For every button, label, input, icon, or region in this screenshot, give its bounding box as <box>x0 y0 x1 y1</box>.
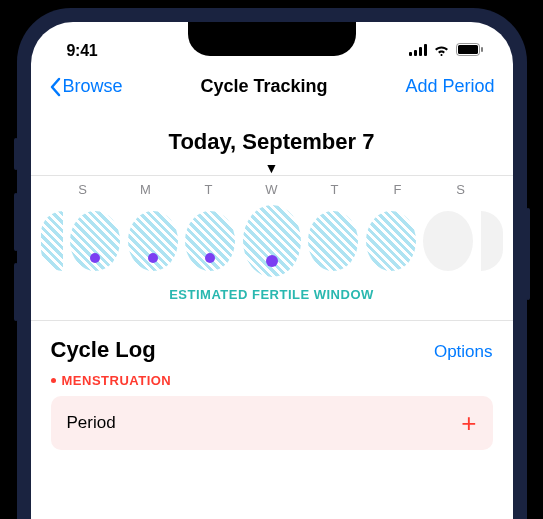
menstruation-section-label: MENSTRUATION <box>31 367 513 396</box>
add-period-button[interactable]: Add Period <box>405 76 494 97</box>
silent-switch[interactable] <box>14 138 18 170</box>
chevron-left-icon <box>49 77 61 97</box>
day-oval-today[interactable] <box>243 205 301 277</box>
svg-rect-6 <box>481 47 483 52</box>
cycle-log-title: Cycle Log <box>51 337 156 363</box>
volume-up-button[interactable] <box>14 193 18 251</box>
cycle-log-header: Cycle Log Options <box>31 321 513 367</box>
fertile-window-label: ESTIMATED FERTILE WINDOW <box>49 283 495 320</box>
week-row: S M T W T F S ESTIMATED FERTILE WINDOW <box>31 175 513 320</box>
day-label: M <box>120 182 172 197</box>
svg-rect-5 <box>458 45 478 54</box>
back-label: Browse <box>63 76 123 97</box>
screen: 9:41 Browse Cycle Tracking <box>31 22 513 519</box>
svg-rect-1 <box>414 50 417 56</box>
period-label: Period <box>67 413 116 433</box>
day-label: T <box>309 182 361 197</box>
power-button[interactable] <box>526 208 530 300</box>
page-title: Cycle Tracking <box>200 76 327 97</box>
today-pointer-icon: ▼ <box>31 163 513 173</box>
notch <box>188 22 356 56</box>
menstruation-text: MENSTRUATION <box>62 373 172 388</box>
day-oval-prev-edge[interactable] <box>41 211 63 271</box>
day-label: T <box>183 182 235 197</box>
svg-rect-3 <box>424 44 427 56</box>
wifi-icon <box>433 42 450 60</box>
phone-frame: 9:41 Browse Cycle Tracking <box>17 8 527 519</box>
cellular-icon <box>409 42 427 60</box>
day-ovals-row[interactable] <box>41 197 503 283</box>
plus-icon: + <box>461 410 476 436</box>
day-oval[interactable] <box>185 211 235 271</box>
battery-icon <box>456 42 483 60</box>
day-oval[interactable] <box>308 211 358 271</box>
day-oval-next-edge[interactable] <box>481 211 503 271</box>
log-dot-icon <box>266 255 278 267</box>
nav-bar: Browse Cycle Tracking Add Period <box>31 66 513 105</box>
log-dot-icon <box>205 253 215 263</box>
day-labels: S M T W T F S <box>49 182 495 197</box>
svg-rect-2 <box>419 47 422 56</box>
day-oval[interactable] <box>366 211 416 271</box>
day-label: W <box>246 182 298 197</box>
day-label: S <box>435 182 487 197</box>
day-label: S <box>57 182 109 197</box>
day-label: F <box>372 182 424 197</box>
volume-down-button[interactable] <box>14 263 18 321</box>
cycle-log-options-button[interactable]: Options <box>434 342 493 362</box>
day-oval[interactable] <box>423 211 473 271</box>
back-button[interactable]: Browse <box>49 76 123 97</box>
svg-rect-0 <box>409 52 412 56</box>
status-time: 9:41 <box>67 42 98 60</box>
red-dot-icon <box>51 378 56 383</box>
period-card[interactable]: Period + <box>51 396 493 450</box>
log-dot-icon <box>90 253 100 263</box>
date-heading: Today, September 7 <box>31 129 513 163</box>
day-oval[interactable] <box>128 211 178 271</box>
day-oval[interactable] <box>70 211 120 271</box>
log-dot-icon <box>148 253 158 263</box>
status-indicators <box>409 42 483 60</box>
